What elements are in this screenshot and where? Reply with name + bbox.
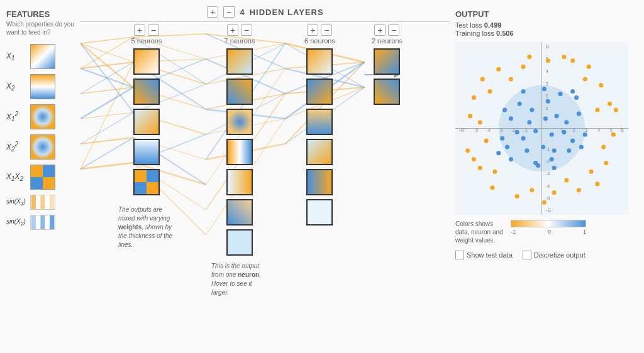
checkboxes-row: Show test data Discretize output xyxy=(455,251,638,259)
remove-hidden-layer-button[interactable]: − xyxy=(223,6,235,18)
discretize-output-item: Discretize output xyxy=(523,251,586,259)
svg-rect-86 xyxy=(228,80,252,104)
svg-point-195 xyxy=(587,65,591,69)
svg-rect-6 xyxy=(31,177,43,189)
svg-point-182 xyxy=(496,67,501,72)
feature-label-x2: X2 xyxy=(6,82,26,92)
svg-text:-2: -2 xyxy=(511,128,515,133)
svg-rect-88 xyxy=(228,140,252,164)
layer-1-add-neuron[interactable]: + xyxy=(134,24,145,36)
layer-4-neuron-1[interactable] xyxy=(374,48,400,75)
svg-rect-95 xyxy=(308,140,331,164)
svg-rect-85 xyxy=(228,50,252,73)
svg-point-139 xyxy=(552,148,557,153)
svg-rect-83 xyxy=(135,182,147,194)
svg-rect-17 xyxy=(50,215,54,229)
svg-text:-4: -4 xyxy=(486,128,491,133)
svg-text:4: 4 xyxy=(545,68,548,74)
show-test-data-checkbox[interactable] xyxy=(455,251,464,259)
feature-thumb-x2[interactable] xyxy=(30,74,55,99)
layer-3-add-neuron[interactable]: + xyxy=(307,24,318,36)
layer-4-remove-neuron[interactable]: − xyxy=(388,24,399,36)
svg-point-173 xyxy=(608,102,612,106)
svg-point-129 xyxy=(533,129,538,133)
svg-rect-7 xyxy=(43,177,55,189)
annotation-1: The outputs are mixed with varying weigh… xyxy=(118,205,175,249)
svg-point-192 xyxy=(527,55,531,59)
layer-3-neuron-3[interactable] xyxy=(306,109,333,135)
feature-label-x1sq: X12 xyxy=(6,111,26,122)
svg-point-132 xyxy=(555,114,559,118)
layer-2-neuron-5[interactable] xyxy=(226,169,253,195)
svg-rect-96 xyxy=(308,170,331,194)
svg-point-135 xyxy=(541,144,545,149)
svg-point-148 xyxy=(577,111,581,116)
svg-point-183 xyxy=(599,83,603,87)
layer-2-neuron-6[interactable] xyxy=(226,199,253,225)
layer-2-neuron-2[interactable] xyxy=(226,79,253,105)
svg-point-160 xyxy=(570,89,575,94)
layer-3-neuron-1[interactable] xyxy=(306,48,333,75)
layer-3-neuron-2[interactable] xyxy=(306,79,333,105)
svg-point-188 xyxy=(472,95,476,100)
svg-point-197 xyxy=(542,200,547,205)
svg-rect-8 xyxy=(31,195,36,209)
layer-2-neuron-1[interactable] xyxy=(226,48,253,75)
svg-point-171 xyxy=(552,190,557,195)
svg-rect-89 xyxy=(228,170,252,194)
svg-point-147 xyxy=(505,144,509,149)
svg-point-134 xyxy=(562,130,566,134)
svg-rect-12 xyxy=(50,195,54,209)
svg-point-180 xyxy=(468,114,472,118)
feature-item-sinx1: sin(X1) xyxy=(6,195,75,210)
feature-label-sinx2: sin(X2) xyxy=(6,218,26,227)
discretize-output-checkbox[interactable] xyxy=(523,251,531,259)
layer-2-remove-neuron[interactable]: − xyxy=(241,24,252,36)
gradient-labels: -1 0 1 xyxy=(511,229,586,235)
svg-point-174 xyxy=(472,157,476,161)
feature-thumb-x1[interactable] xyxy=(30,44,55,69)
svg-point-161 xyxy=(496,151,501,155)
training-loss-value: 0.506 xyxy=(496,30,514,37)
color-legend-text: Colors shows data, neuron and weight val… xyxy=(455,220,506,244)
layer-3-neuron-5[interactable] xyxy=(306,169,333,195)
layer-3-neuron-4[interactable] xyxy=(306,139,333,165)
feature-label-x2sq: X22 xyxy=(6,141,26,153)
layer-3-remove-neuron[interactable]: − xyxy=(321,24,332,36)
layer-1-neuron-5[interactable] xyxy=(133,169,160,195)
svg-point-170 xyxy=(492,170,497,174)
layer-3-neuron-6[interactable] xyxy=(306,199,333,225)
layer-1-neuron-4[interactable] xyxy=(133,139,160,165)
feature-item-x2sq: X22 xyxy=(6,134,75,160)
svg-rect-2 xyxy=(31,105,55,129)
layer-1-neuron-1[interactable] xyxy=(133,48,160,75)
feature-label-x1: X1 xyxy=(6,52,26,62)
feature-label-sinx1: sin(X1) xyxy=(6,198,26,207)
annotation-2: This is the output from one neuron. Hove… xyxy=(211,262,268,297)
layer-4-neuron-2[interactable] xyxy=(374,79,400,105)
layer-1-neuron-2[interactable] xyxy=(133,79,160,105)
feature-thumb-x1x2[interactable] xyxy=(30,165,55,190)
svg-point-140 xyxy=(525,148,529,153)
layer-2-add-neuron[interactable]: + xyxy=(227,24,238,36)
layer-1-remove-neuron[interactable]: − xyxy=(148,24,159,36)
feature-thumb-x1sq[interactable] xyxy=(30,104,55,129)
svg-point-142 xyxy=(509,116,513,121)
add-hidden-layer-button[interactable]: + xyxy=(207,6,218,18)
svg-point-166 xyxy=(509,77,513,81)
svg-point-143 xyxy=(546,99,550,104)
svg-point-155 xyxy=(500,136,504,141)
layer-2-neuron-4[interactable] xyxy=(226,139,253,165)
feature-thumb-sinx1[interactable] xyxy=(30,195,55,210)
svg-text:-3: -3 xyxy=(499,128,504,133)
feature-thumb-x2sq[interactable] xyxy=(30,134,55,160)
svg-point-154 xyxy=(579,144,584,149)
layer-2-neuron-3[interactable] xyxy=(226,109,253,135)
layer-2-neuron-7[interactable] xyxy=(226,229,253,256)
hidden-layers-count: 4 xyxy=(240,8,244,17)
layer-1-neuron-3[interactable] xyxy=(133,109,160,135)
feature-thumb-sinx2[interactable] xyxy=(30,215,55,230)
scatter-plot-svg: 6 -6 6 -6 3 -3 1 -1 3 -1 1 -3 5 -5 5 -5 … xyxy=(455,42,628,215)
feature-item-x1x2: X1X2 xyxy=(6,165,75,190)
layer-4-add-neuron[interactable]: + xyxy=(374,24,386,36)
